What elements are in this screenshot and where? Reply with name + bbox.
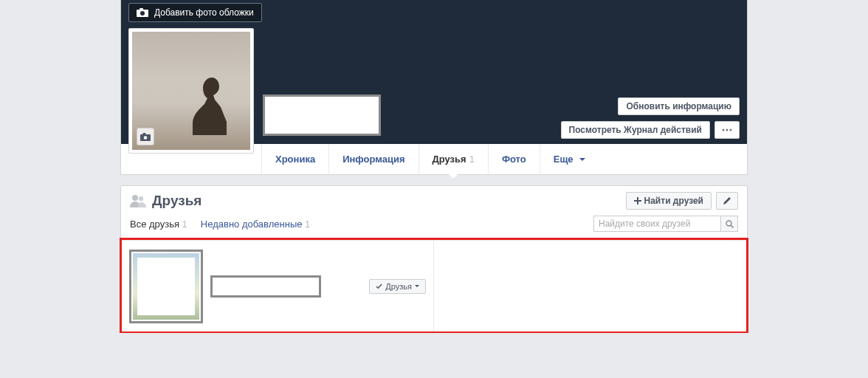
svg-point-4 [726, 129, 728, 131]
svg-rect-7 [143, 133, 146, 135]
svg-point-5 [730, 129, 732, 131]
friend-status-button[interactable]: Друзья [369, 279, 426, 294]
svg-point-3 [723, 129, 725, 131]
tab-more[interactable]: Еще [540, 144, 599, 174]
add-cover-label: Добавить фото обложки [154, 7, 254, 18]
friends-panel: Друзья Найти друзей Все друзья [120, 185, 748, 333]
subtab-recently-added[interactable]: Недавно добавленные 1 [201, 219, 310, 230]
search-friends-input[interactable] [593, 216, 720, 232]
dots-icon [722, 128, 732, 131]
edit-friends-button[interactable] [716, 192, 738, 210]
update-info-button[interactable]: Обновить информацию [618, 97, 740, 115]
tab-photos[interactable]: Фото [488, 144, 540, 174]
svg-point-13 [726, 221, 731, 226]
tab-friends-label: Друзья [433, 154, 466, 165]
profile-name-redacted [263, 94, 381, 136]
cover-area: Добавить фото обложки Обновить информаци… [120, 0, 748, 144]
friend-name-redacted[interactable] [210, 275, 321, 298]
empty-slot [434, 240, 746, 331]
tab-friends-count: 1 [469, 154, 475, 165]
profile-picture[interactable] [128, 28, 254, 154]
change-photo-button[interactable] [137, 128, 154, 145]
tab-more-label: Еще [554, 154, 574, 165]
tab-friends[interactable]: Друзья 1 [418, 144, 488, 174]
svg-point-8 [144, 136, 148, 140]
friends-panel-title: Друзья [152, 193, 202, 209]
chevron-down-icon [579, 158, 585, 161]
search-friends-button[interactable] [720, 216, 738, 232]
friend-list-highlight: Друзья [120, 238, 748, 333]
friend-avatar[interactable] [129, 250, 203, 323]
chevron-down-icon [415, 285, 419, 287]
person-silhouette-icon [190, 78, 234, 135]
subtab-all-friends[interactable]: Все друзья 1 [130, 219, 187, 230]
svg-point-9 [132, 195, 138, 201]
check-icon [376, 284, 382, 289]
activity-log-button[interactable]: Посмотреть Журнал действий [561, 121, 710, 139]
svg-point-2 [140, 11, 145, 16]
tab-about[interactable]: Информация [328, 144, 418, 174]
friend-card: Друзья [122, 240, 434, 331]
friend-status-label: Друзья [385, 282, 412, 291]
camera-icon [137, 8, 148, 17]
friends-icon [130, 194, 146, 207]
svg-point-10 [139, 196, 143, 201]
tab-timeline[interactable]: Хроника [261, 144, 328, 174]
svg-line-14 [731, 225, 733, 227]
svg-rect-12 [634, 200, 641, 202]
add-cover-button[interactable]: Добавить фото обложки [128, 3, 262, 22]
find-friends-button[interactable]: Найти друзей [626, 192, 712, 210]
svg-rect-1 [140, 8, 143, 10]
find-friends-label: Найти друзей [644, 196, 703, 206]
pencil-icon [723, 196, 731, 205]
plus-icon [634, 197, 641, 205]
camera-icon [140, 133, 151, 141]
search-icon [726, 220, 734, 228]
more-options-button[interactable] [714, 121, 740, 139]
